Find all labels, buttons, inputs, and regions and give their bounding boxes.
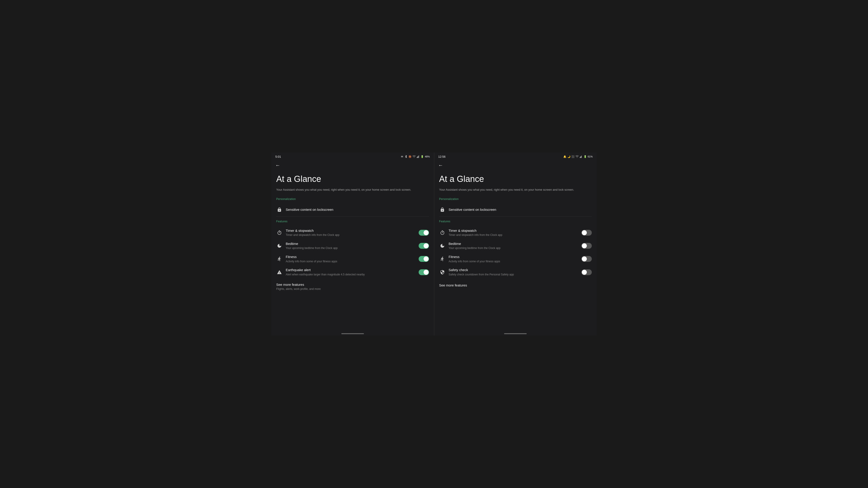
fitness-title: Fitness bbox=[286, 255, 415, 259]
safety-item: Safety check Safety check countdown from… bbox=[439, 265, 592, 279]
fitness-item: Fitness Activity info from some of your … bbox=[276, 252, 429, 265]
bell-icon: 🔔 bbox=[563, 155, 566, 158]
warning-icon bbox=[276, 269, 283, 275]
sensitive-content-item[interactable]: Sensitive content on lockscreen bbox=[276, 204, 429, 216]
earthquake-desc: Alert when earthquake larger than magnit… bbox=[286, 273, 415, 276]
timer-icon bbox=[276, 230, 283, 236]
sensitive-content-title-2: Sensitive content on lockscreen bbox=[449, 207, 592, 212]
fitness-text: Fitness Activity info from some of your … bbox=[286, 255, 415, 263]
page-title-2: At a Glance bbox=[439, 174, 592, 184]
lock-icon bbox=[276, 206, 283, 213]
wifi-icon-2 bbox=[576, 155, 579, 158]
svg-rect-4 bbox=[580, 157, 580, 158]
battery-text-1: 48% bbox=[425, 155, 430, 158]
timer-text: Timer & stopwatch Timer and stopwatch in… bbox=[286, 228, 415, 237]
sensitive-content-text-2: Sensitive content on lockscreen bbox=[449, 207, 592, 212]
svg-rect-2 bbox=[418, 156, 418, 158]
wifi-icon bbox=[412, 155, 416, 158]
bottom-bar-1 bbox=[271, 331, 434, 335]
earthquake-title: Earthquake alert bbox=[286, 268, 415, 272]
bedtime-toggle-2[interactable] bbox=[581, 243, 592, 249]
see-more-text-2: See more features bbox=[439, 283, 592, 288]
svg-rect-1 bbox=[417, 156, 418, 158]
bedtime-desc: Your upcoming bedtime from the Clock app bbox=[286, 246, 415, 250]
back-button-1[interactable]: ← bbox=[271, 160, 434, 170]
see-more-title-1: See more features bbox=[276, 283, 429, 287]
bedtime-item-2: Bedtime Your upcoming bedtime from the C… bbox=[439, 239, 592, 252]
sensitive-content-text: Sensitive content on lockscreen bbox=[286, 207, 429, 212]
fitness-toggle-2[interactable] bbox=[581, 256, 592, 262]
battery-icon: 🔋 bbox=[421, 155, 424, 158]
home-indicator-1 bbox=[341, 333, 364, 334]
message-icon: ✉ bbox=[400, 155, 403, 158]
timer-item-2: Timer & stopwatch Timer and stopwatch in… bbox=[439, 226, 592, 239]
back-button-2[interactable]: ← bbox=[434, 160, 597, 170]
status-bar-1: 5:01 ✉ 🔕 bbox=[271, 153, 434, 160]
timer-desc-2: Timer and stopwatch info from the Clock … bbox=[449, 233, 579, 237]
earthquake-toggle[interactable] bbox=[418, 269, 429, 275]
status-time-2: 12:56 bbox=[438, 155, 446, 158]
mute-icon: 🔕 bbox=[408, 155, 412, 158]
bottom-bar-2 bbox=[434, 331, 597, 335]
status-icons-1: ✉ 🔕 bbox=[400, 155, 430, 158]
bedtime-item: Bedtime Your upcoming bedtime from the C… bbox=[276, 239, 429, 252]
status-bar-2: 12:56 🔔 🌙 ⬛ bbox=[434, 153, 597, 160]
see-more-item-2[interactable]: See more features bbox=[439, 279, 592, 291]
bedtime-title: Bedtime bbox=[286, 241, 415, 246]
timer-toggle[interactable] bbox=[418, 230, 429, 236]
personalization-label-1: Personalization bbox=[276, 197, 429, 201]
bedtime-text-2: Bedtime Your upcoming bedtime from the C… bbox=[449, 241, 579, 250]
sensitive-content-title: Sensitive content on lockscreen bbox=[286, 207, 429, 212]
page-title-1: At a Glance bbox=[276, 174, 429, 184]
fitness-toggle-thumb-2 bbox=[582, 256, 587, 261]
page-subtitle-2: Your Assistant shows you what you need, … bbox=[439, 188, 592, 192]
fitness-desc-2: Activity info from some of your fitness … bbox=[449, 260, 579, 263]
features-label-1: Features bbox=[276, 220, 429, 223]
phone-screen-1: 5:01 ✉ 🔕 bbox=[271, 153, 434, 335]
bedtime-title-2: Bedtime bbox=[449, 241, 579, 246]
fitness-toggle-thumb bbox=[424, 256, 429, 261]
home-indicator-2 bbox=[504, 333, 527, 334]
svg-rect-6 bbox=[581, 156, 582, 158]
screen1-content: At a Glance Your Assistant shows you wha… bbox=[271, 170, 434, 331]
timer-toggle-thumb bbox=[424, 230, 429, 235]
fitness-title-2: Fitness bbox=[449, 255, 579, 259]
page-subtitle-1: Your Assistant shows you what you need, … bbox=[276, 188, 429, 192]
earthquake-item: Earthquake alert Alert when earthquake l… bbox=[276, 265, 429, 279]
fitness-icon bbox=[276, 256, 283, 262]
see-more-text-1: See more features Flights, alerts, work … bbox=[276, 283, 429, 291]
safety-title: Safety check bbox=[449, 268, 579, 272]
battery-text-2: 61% bbox=[588, 155, 593, 158]
phone-screen-2: 12:56 🔔 🌙 ⬛ bbox=[434, 153, 597, 335]
see-more-item-1[interactable]: See more features Flights, alerts, work … bbox=[276, 279, 429, 293]
fitness-item-2: Fitness Activity info from some of your … bbox=[439, 252, 592, 265]
safety-toggle[interactable] bbox=[581, 269, 592, 275]
fitness-text-2: Fitness Activity info from some of your … bbox=[449, 255, 579, 263]
svg-rect-5 bbox=[581, 156, 581, 158]
fitness-desc: Activity info from some of your fitness … bbox=[286, 260, 415, 263]
timer-text-2: Timer & stopwatch Timer and stopwatch in… bbox=[449, 228, 579, 237]
timer-icon-2 bbox=[439, 230, 445, 236]
moon-icon-2 bbox=[439, 242, 445, 249]
bedtime-desc-2: Your upcoming bedtime from the Clock app bbox=[449, 246, 579, 250]
bedtime-toggle[interactable] bbox=[418, 243, 429, 249]
timer-desc: Timer and stopwatch info from the Clock … bbox=[286, 233, 415, 237]
timer-toggle-2[interactable] bbox=[581, 230, 592, 236]
timer-title: Timer & stopwatch bbox=[286, 228, 415, 233]
see-more-title-2: See more features bbox=[439, 283, 592, 288]
moon-status-icon: 🌙 bbox=[567, 155, 570, 158]
signal-icon-2 bbox=[580, 155, 583, 158]
timer-toggle-thumb-2 bbox=[582, 230, 587, 235]
shield-icon bbox=[439, 269, 445, 275]
signal-icon bbox=[416, 155, 420, 158]
earthquake-toggle-thumb bbox=[424, 270, 429, 275]
svg-rect-0 bbox=[417, 157, 417, 158]
bluetooth-icon bbox=[404, 155, 408, 158]
see-more-desc-1: Flights, alerts, work profile, and more bbox=[276, 287, 429, 291]
fitness-toggle[interactable] bbox=[418, 256, 429, 262]
sensitive-content-item-2[interactable]: Sensitive content on lockscreen bbox=[439, 204, 592, 216]
bedtime-toggle-thumb bbox=[424, 243, 429, 248]
screen2-content: At a Glance Your Assistant shows you wha… bbox=[434, 170, 597, 331]
screens-container: 5:01 ✉ 🔕 bbox=[271, 153, 597, 335]
timer-title-2: Timer & stopwatch bbox=[449, 228, 579, 233]
